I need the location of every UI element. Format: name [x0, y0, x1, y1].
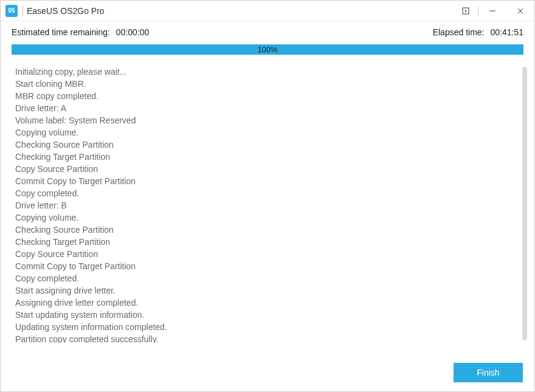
title-divider — [22, 5, 23, 16]
remaining-value: 00:00:00 — [116, 27, 150, 37]
close-icon — [517, 7, 524, 15]
log-line: Checking Target Partition — [15, 236, 527, 248]
log-line: Drive letter: A — [15, 102, 527, 114]
log-line: Copy completed. — [15, 272, 527, 284]
scrollbar[interactable] — [522, 67, 527, 340]
close-button[interactable] — [506, 1, 534, 21]
log-line: Start assigning drive letter. — [15, 284, 527, 297]
extra-button[interactable] — [454, 1, 478, 21]
log-line: Copying volume. — [15, 126, 527, 139]
progress-bar: 100% — [12, 44, 523, 55]
log-line: Commit Copy to Target Partition — [15, 175, 527, 187]
minimize-icon — [489, 7, 496, 15]
progress-bar-container: 100% — [12, 44, 523, 55]
finish-button[interactable]: Finish — [454, 363, 523, 382]
log-line: Assigning drive letter completed. — [15, 297, 527, 309]
log-line: Start updating system information. — [15, 309, 527, 321]
log-line: Checking Source Partition — [15, 224, 527, 236]
titlebar: 05 EaseUS OS2Go Pro — [1, 1, 534, 21]
footer: Finish — [454, 363, 523, 382]
elapsed-label: Elapsed time: — [433, 27, 485, 37]
log-line: Copying volume. — [15, 211, 527, 224]
time-row: Estimated time remaining: 00:00:00 Elaps… — [1, 21, 534, 44]
log-line: Initializing copy, please wait... — [15, 66, 527, 78]
log-line: Copy Source Partition — [15, 163, 527, 175]
app-icon: 05 — [5, 5, 18, 17]
app-title: EaseUS OS2Go Pro — [27, 6, 105, 16]
log-line: Start cloning MBR. — [15, 78, 527, 90]
minimize-button[interactable] — [478, 1, 506, 21]
log-line: Partition copy completed successfully. — [15, 333, 527, 343]
log-line: Updating system information completed. — [15, 321, 527, 333]
dot-square-icon — [462, 7, 469, 15]
log-line: MBR copy completed. — [15, 90, 527, 102]
log-line: Copy Source Partition — [15, 248, 527, 260]
log-line: Copy completed. — [15, 187, 527, 199]
window-controls — [454, 1, 534, 21]
log-line: Checking Target Partition — [15, 151, 527, 163]
log-lines: Initializing copy, please wait...Start c… — [15, 66, 527, 343]
svg-point-1 — [465, 10, 467, 12]
log-line: Checking Source Partition — [15, 139, 527, 151]
log-area: Initializing copy, please wait...Start c… — [15, 66, 527, 343]
progress-percent: 100% — [12, 44, 523, 55]
log-line: Commit Copy to Target Partition — [15, 260, 527, 272]
remaining-label: Estimated time remaining: — [12, 27, 110, 37]
log-line: Volume label: System Reserved — [15, 114, 527, 126]
log-line: Drive letter: B — [15, 199, 527, 211]
elapsed-value: 00:41:51 — [491, 27, 524, 37]
